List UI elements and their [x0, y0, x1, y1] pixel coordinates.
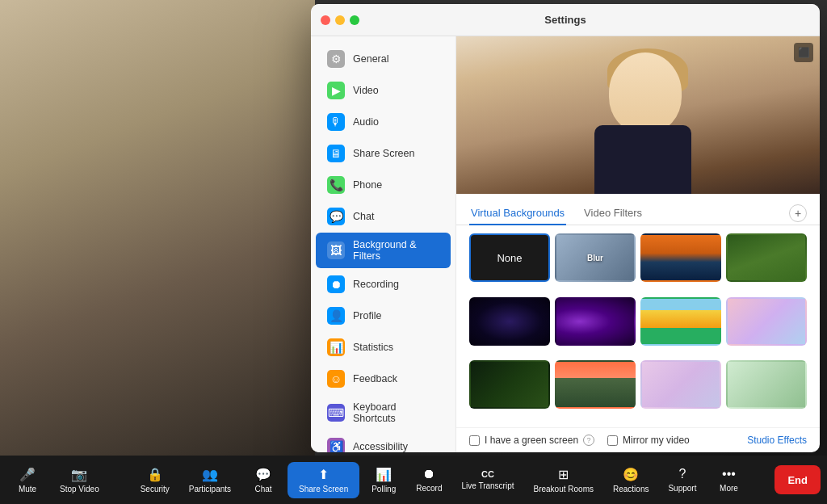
general-icon: ⚙ — [327, 50, 345, 68]
studio-effects-link[interactable]: Studio Effects — [747, 435, 807, 446]
camera-preview: ⬛ — [456, 36, 820, 194]
background-item-golden-gate[interactable] — [640, 233, 721, 282]
statistics-icon: 📊 — [327, 338, 345, 356]
toolbar-live-transcript-button[interactable]: CC Live Transcript — [453, 464, 522, 495]
reactions-label: Reactions — [613, 485, 649, 494]
green-screen-option[interactable]: I have a green screen ? — [469, 435, 594, 446]
sidebar-item-chat[interactable]: 💬Chat — [316, 201, 451, 232]
zoom-toolbar: 🎤 Mute 📷 Stop Video 🔒 Security 👥 Partici… — [0, 456, 827, 504]
toolbar-right: End — [775, 465, 821, 494]
toolbar-reactions-button[interactable]: 😊 Reactions — [605, 462, 657, 498]
sidebar-item-share-screen[interactable]: 🖥Share Screen — [316, 138, 451, 169]
background-item-pastel[interactable] — [726, 297, 807, 346]
share-screen-icon: 🖥 — [327, 145, 345, 162]
sidebar-item-recording[interactable]: ⏺Recording — [316, 269, 451, 300]
end-meeting-button[interactable]: End — [775, 465, 821, 494]
profile-icon: 👤 — [327, 307, 345, 325]
chat-icon: 💬 — [327, 208, 345, 225]
support-icon: ? — [679, 467, 686, 481]
backgrounds-grid: NoneBlur — [456, 225, 820, 427]
sidebar-label-general: General — [353, 53, 388, 65]
sidebar-label-profile: Profile — [353, 310, 381, 321]
sidebar-label-background-filters: Background & Filters — [353, 239, 439, 262]
sidebar-item-video[interactable]: ▶Video — [316, 75, 451, 106]
stop-video-icon: 📷 — [71, 467, 87, 482]
add-background-button[interactable]: + — [789, 204, 807, 222]
sidebar-item-audio[interactable]: 🎙Audio — [316, 107, 451, 137]
sidebar-item-keyboard-shortcuts[interactable]: ⌨Keyboard Shortcuts — [316, 395, 451, 430]
background-item-none[interactable]: None — [469, 233, 550, 282]
security-label: Security — [141, 485, 170, 494]
settings-body: ⚙General▶Video🎙Audio🖥Share Screen📞Phone💬… — [311, 36, 820, 452]
security-icon: 🔒 — [147, 467, 163, 482]
background-item-nebula[interactable] — [555, 297, 636, 346]
tab-video-filters[interactable]: Video Filters — [582, 202, 644, 225]
settings-content: ⬛ Virtual BackgroundsVideo Filters+ None… — [456, 36, 820, 452]
toolbar-mute-button[interactable]: 🎤 Mute — [6, 462, 48, 498]
toolbar-security-button[interactable]: 🔒 Security — [132, 462, 178, 498]
maximize-button[interactable] — [350, 15, 359, 25]
background-item-bubbles[interactable] — [640, 360, 721, 409]
toolbar-record-button[interactable]: ⏺ Record — [408, 462, 450, 498]
minimize-button[interactable] — [335, 15, 345, 25]
breakout-rooms-icon: ⊞ — [558, 467, 569, 482]
background-item-sunflowers[interactable] — [640, 297, 721, 346]
toolbar-share-screen-button[interactable]: ⬆ Share Screen — [288, 462, 359, 498]
settings-sidebar: ⚙General▶Video🎙Audio🖥Share Screen📞Phone💬… — [311, 36, 456, 452]
person-silhouette — [456, 36, 820, 194]
background-item-blur[interactable]: Blur — [555, 233, 636, 282]
sidebar-item-background-filters[interactable]: 🖼Background & Filters — [316, 233, 451, 268]
sidebar-item-accessibility[interactable]: ♿Accessibility — [316, 431, 451, 452]
video-icon: ▶ — [327, 82, 345, 99]
polling-icon: 📊 — [376, 467, 392, 482]
green-screen-checkbox[interactable] — [469, 435, 480, 446]
person-head — [609, 52, 682, 133]
background-item-leaf[interactable] — [469, 360, 550, 409]
toolbar-stop-video-button[interactable]: 📷 Stop Video — [52, 462, 107, 498]
background-item-flowers[interactable] — [726, 360, 807, 409]
sidebar-item-profile[interactable]: 👤Profile — [316, 300, 451, 331]
mirror-video-label: Mirror my video — [623, 435, 690, 446]
toolbar-polling-button[interactable]: 📊 Polling — [363, 462, 405, 498]
tab-virtual-backgrounds[interactable]: Virtual Backgrounds — [469, 202, 566, 225]
settings-title: Settings — [544, 14, 586, 26]
sidebar-label-chat: Chat — [353, 211, 374, 222]
sidebar-item-phone[interactable]: 📞Phone — [316, 170, 451, 200]
sidebar-label-statistics: Statistics — [353, 342, 393, 353]
background-item-city[interactable] — [555, 360, 636, 409]
titlebar-buttons — [321, 15, 359, 25]
sidebar-label-accessibility: Accessibility — [353, 441, 408, 452]
sidebar-item-statistics[interactable]: 📊Statistics — [316, 332, 451, 363]
camera-badge[interactable]: ⬛ — [794, 43, 813, 62]
toolbar-breakout-rooms-button[interactable]: ⊞ Breakout Rooms — [526, 462, 602, 498]
recording-icon: ⏺ — [327, 275, 345, 293]
toolbar-more-button[interactable]: ••• More — [707, 462, 749, 498]
content-footer: I have a green screen ? Mirror my video … — [456, 427, 820, 452]
share-screen-label: Share Screen — [299, 485, 348, 494]
mirror-video-checkbox[interactable] — [607, 435, 618, 446]
more-icon: ••• — [722, 467, 736, 481]
record-icon: ⏺ — [422, 467, 435, 481]
green-screen-info-icon[interactable]: ? — [583, 435, 594, 446]
sidebar-item-feedback[interactable]: ☺Feedback — [316, 363, 451, 394]
record-label: Record — [416, 484, 442, 493]
breakout-rooms-label: Breakout Rooms — [534, 485, 594, 494]
toolbar-left: 🎤 Mute 📷 Stop Video — [6, 462, 107, 498]
sidebar-label-keyboard-shortcuts: Keyboard Shortcuts — [353, 401, 439, 424]
sidebar-item-general[interactable]: ⚙General — [316, 44, 451, 74]
settings-titlebar: Settings — [311, 4, 820, 36]
background-item-grass[interactable] — [726, 233, 807, 282]
toolbar-support-button[interactable]: ? Support — [660, 462, 704, 498]
sidebar-label-video: Video — [353, 85, 379, 96]
toolbar-participants-button[interactable]: 👥 Participants — [181, 462, 239, 498]
sidebar-label-phone: Phone — [353, 179, 382, 191]
toolbar-chat-button[interactable]: 💬 Chat — [242, 462, 284, 498]
participants-icon: 👥 — [202, 467, 218, 482]
background-filters-icon: 🖼 — [327, 242, 345, 259]
mirror-video-option[interactable]: Mirror my video — [607, 435, 690, 446]
content-tabs: Virtual BackgroundsVideo Filters+ — [456, 194, 820, 225]
green-screen-label: I have a green screen — [485, 435, 578, 446]
close-button[interactable] — [321, 15, 330, 25]
accessibility-icon: ♿ — [327, 438, 345, 452]
background-item-space[interactable] — [469, 297, 550, 346]
